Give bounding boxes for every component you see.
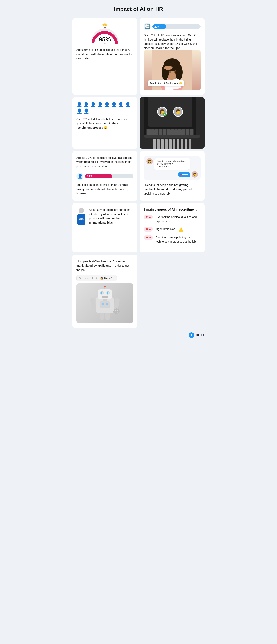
card-79-56: Around 79% of recruiters believe that pe… [72,151,137,201]
svg-rect-23 [103,299,107,301]
typing-bubble [178,172,190,176]
danger-text-2: Algorithmic bias [156,227,175,231]
danger-text-3: Candidates manipulating the technology i… [156,235,201,244]
robot-image [76,284,133,323]
person-icon-8: 👤 [125,102,131,108]
card1-text: About 95% of HR professionals think that… [76,48,133,61]
person-icon-2: 👤 [83,102,89,108]
main-grid: 🏆 95% About 95% of HR professionals thin… [69,16,208,330]
mary-name: Mary S... [104,277,114,280]
card8-text: About 68% of recruiters agree that intro… [89,208,133,225]
person-icon-7: 👤 [118,102,124,108]
woman-photo: Termination of Employment 😟 [144,50,201,90]
job-offer-bubble: Send a job offer to: 👩 Mary S... [76,275,117,282]
svg-point-9 [164,66,172,70]
person-stat-68: 68% About 68% of recruiters agree that i… [76,208,133,225]
candidate-avatar-2: 👨 [173,107,183,117]
gauge-emoji: 🏆 [102,23,108,28]
checkmark-badge: ✓ [163,112,166,116]
person-icon-small: 👤 [76,172,84,180]
chat-wrap: 👩 Could you provide feedback on my inter… [144,156,201,180]
person-icon-3: 👤 [90,102,96,108]
progress-bar-56: 56% [85,174,133,178]
chat-avatar-left: 👩 [146,158,153,164]
card-70-millennials: 👤 👤 👤 👤 👤 👤 👤 👤 👤 👤 Over 70% of Millenni… [72,97,137,149]
person-icon-1: 👤 [76,102,82,108]
person-figure: 68% [76,208,86,225]
card-29-genz: 🔄 29% Over 29% of HR professionals from … [140,18,204,95]
termination-card: Termination of Employment 😟 [148,80,184,86]
chat-bubble: Could you provide feedback on my intervi… [154,158,190,170]
progress-bar-29: 29% [152,24,201,29]
svg-rect-34 [106,313,110,320]
card6-text2: But, most candidates (56%) think the fin… [76,183,133,196]
tidio-footer: T TIDIO [69,330,208,341]
progress-fill-56: 56% [85,174,112,178]
robot-hands [144,139,200,149]
keyboard [146,129,194,134]
laptop-wrap: 👩 ✓ 👨 [140,97,204,149]
chat-avatar-right: 👨 [192,171,198,178]
chat-left: 👩 Could you provide feedback on my inter… [146,158,198,170]
danger-item-1: 21% Overlooking atypical qualities and e… [144,215,201,224]
card-95-gauge: 🏆 95% About 95% of HR professionals thin… [72,18,137,95]
danger-item-2: 18% Algorithmic bias ⚠️ [144,227,201,232]
card-68-bias: 68% About 68% of recruiters agree that i… [72,203,137,252]
svg-rect-24 [100,301,110,308]
gauge-wrap: 🏆 95% [76,23,133,45]
svg-point-7 [169,71,171,73]
svg-point-21 [104,286,106,287]
dot-2 [184,174,186,175]
sync-icon: 🔄 [144,23,151,30]
person-icon-9: 👤 [76,108,82,114]
tidio-logo-icon: T [188,332,194,338]
laptop-screen: 👩 ✓ 👨 [148,97,192,127]
figure-head [78,208,84,213]
card2-text: Over 29% of HR professionals from Gen Z … [144,33,201,50]
dot-1 [182,174,184,175]
person-icon-10: 👤 [83,108,89,114]
card3-text: Over 70% of Millennials believe that som… [76,117,133,130]
laptop-body: 👩 ✓ 👨 [144,97,200,149]
card7-text: Over 48% of people find not getting feed… [144,183,201,196]
card-48-feedback: 👩 Could you provide feedback on my inter… [140,151,204,201]
people-icons-row: 👤 👤 👤 👤 👤 👤 👤 👤 👤 👤 [76,102,133,114]
page-title: Impact of AI on HR [69,0,208,16]
person-icon-4: 👤 [97,102,103,108]
svg-point-8 [174,71,176,73]
laptop-base [144,134,200,138]
figure-body: 68% [77,214,85,225]
progress-row-29: 🔄 29% [144,23,201,30]
dangers-title: 3 main dangers of AI in recruitment [144,208,201,211]
person-icon-6: 👤 [111,102,117,108]
svg-point-6 [176,64,182,80]
dot-3 [186,174,188,175]
candidate-avatar-1: 👩 ✓ [157,107,167,117]
danger-text-1: Overlooking atypical qualities and exper… [156,215,201,224]
svg-point-18 [101,292,103,294]
svg-point-19 [107,292,108,294]
card10-text: Most people (90%) think that AI can be m… [76,260,133,272]
svg-rect-27 [90,298,96,310]
card6-text1: Around 79% of recruiters believe that pe… [76,156,133,168]
danger-pct-3: 16% [144,235,153,240]
svg-rect-33 [100,313,104,320]
mary-avatar: 👩 [100,277,103,280]
chat-right: 👨 [146,171,198,178]
svg-point-26 [106,303,108,306]
danger-pct-1: 21% [144,215,153,220]
card-90-robot: Most people (90%) think that AI can be m… [72,255,137,328]
person-icon-5: 👤 [104,102,110,108]
card-dangers: 3 main dangers of AI in recruitment 21% … [140,203,204,252]
svg-rect-15 [98,289,112,299]
laptop-screen-area: 👩 ✓ 👨 [144,97,196,134]
svg-rect-22 [102,296,108,298]
card-laptop: 👩 ✓ 👨 [140,97,204,149]
progress-row-56: 👤 56% [76,172,133,180]
tidio-brand-name: TIDIO [195,334,204,337]
gauge-percent: 95% [99,36,111,43]
danger-item-3: 16% Candidates manipulating the technolo… [144,235,201,244]
svg-rect-32 [113,310,120,312]
warning-icon: ⚠️ [179,227,184,232]
svg-point-25 [102,303,104,306]
